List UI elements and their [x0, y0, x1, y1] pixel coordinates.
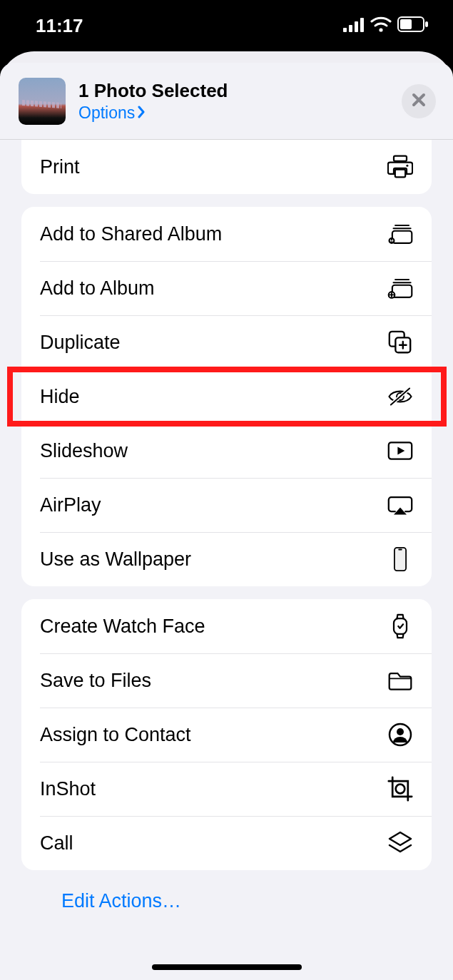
action-duplicate[interactable]: Duplicate [21, 315, 432, 369]
action-add-album[interactable]: Add to Album [21, 261, 432, 315]
svg-rect-11 [392, 231, 412, 243]
duplicate-icon [386, 330, 414, 355]
svg-rect-1 [349, 25, 352, 32]
action-group: Create Watch FaceSave to FilesAssign to … [21, 599, 432, 870]
row-label: Print [40, 156, 386, 178]
chevron-right-icon [136, 103, 146, 123]
svg-rect-9 [395, 170, 405, 178]
row-label: Hide [40, 386, 386, 408]
selected-photo-thumbnail [19, 78, 66, 125]
printer-icon [386, 154, 414, 180]
row-label: Assign to Contact [40, 724, 386, 746]
action-hide[interactable]: Hide [21, 369, 432, 424]
row-label: InShot [40, 778, 386, 800]
row-label: Use as Wallpaper [40, 548, 386, 571]
svg-point-10 [406, 165, 408, 167]
svg-point-27 [397, 728, 404, 735]
sheet-header: 1 Photo Selected Options [0, 63, 453, 140]
row-label: Create Watch Face [40, 616, 386, 638]
row-label: Call [40, 832, 386, 854]
action-group: Add to Shared AlbumAdd to AlbumDuplicate… [21, 207, 432, 586]
row-label: Add to Album [40, 277, 386, 300]
play-rect-icon [386, 438, 414, 464]
action-print[interactable]: Print [21, 140, 432, 194]
options-label: Options [78, 103, 135, 123]
shared-album-icon [386, 221, 414, 247]
action-group: Print [21, 140, 432, 194]
row-label: AirPlay [40, 494, 386, 516]
svg-rect-24 [394, 618, 407, 634]
action-slideshow[interactable]: Slideshow [21, 424, 432, 478]
action-save-files[interactable]: Save to Files [21, 653, 432, 708]
close-button[interactable] [402, 84, 436, 118]
contact-icon [386, 722, 414, 747]
svg-rect-0 [343, 28, 347, 32]
status-bar: 11:17 [0, 0, 453, 51]
row-label: Duplicate [40, 332, 386, 354]
action-assign-contact[interactable]: Assign to Contact [21, 708, 432, 762]
edit-actions-button[interactable]: Edit Actions… [21, 870, 432, 912]
phone-outline-icon [386, 546, 414, 572]
svg-rect-7 [425, 21, 428, 27]
svg-rect-22 [395, 548, 406, 571]
layers-icon [386, 830, 414, 856]
close-icon [411, 92, 427, 111]
inshot-icon [386, 776, 414, 802]
cellular-icon [343, 15, 365, 37]
actions-list: PrintAdd to Shared AlbumAdd to AlbumDupl… [0, 140, 453, 980]
sheet-title: 1 Photo Selected [78, 80, 389, 102]
svg-point-28 [396, 785, 405, 794]
svg-rect-23 [398, 549, 402, 551]
row-label: Add to Shared Album [40, 223, 386, 245]
home-indicator [152, 964, 302, 970]
row-label: Save to Files [40, 670, 386, 692]
svg-point-4 [379, 28, 382, 31]
folder-icon [386, 668, 414, 693]
status-time: 11:17 [36, 15, 83, 37]
battery-icon [397, 15, 429, 37]
action-wallpaper[interactable]: Use as Wallpaper [21, 532, 432, 586]
action-call[interactable]: Call [21, 816, 432, 870]
row-label: Slideshow [40, 440, 386, 462]
airplay-icon [386, 492, 414, 518]
action-add-shared-album[interactable]: Add to Shared Album [21, 207, 432, 261]
share-sheet: 1 Photo Selected Options PrintAdd to Sha… [0, 63, 453, 980]
eye-slash-icon [386, 384, 414, 409]
wifi-icon [370, 15, 392, 37]
svg-rect-6 [400, 19, 412, 29]
action-airplay[interactable]: AirPlay [21, 478, 432, 532]
svg-rect-8 [394, 156, 407, 161]
options-button[interactable]: Options [78, 103, 146, 123]
action-inshot[interactable]: InShot [21, 762, 432, 816]
add-album-icon [386, 275, 414, 301]
action-watch-face[interactable]: Create Watch Face [21, 599, 432, 653]
watch-icon [386, 613, 414, 639]
svg-rect-3 [360, 18, 364, 32]
svg-rect-2 [355, 21, 358, 32]
status-indicators [343, 15, 429, 37]
svg-point-13 [391, 239, 392, 240]
